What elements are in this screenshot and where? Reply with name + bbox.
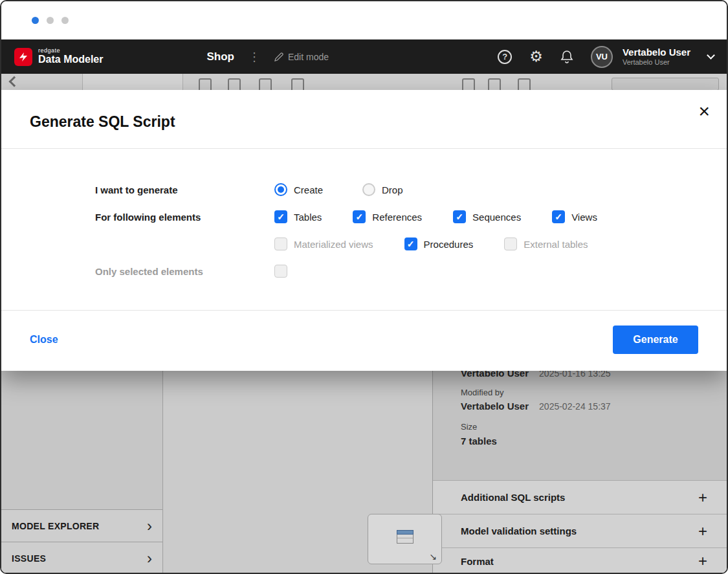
checkbox-views-control[interactable] [552,210,565,223]
checkbox-sequences-label: Sequences [472,212,521,223]
checkbox-materialized-views-control[interactable] [274,237,287,250]
checkbox-references-label: References [372,212,422,223]
elements-row-1: For following elements Tables References… [1,203,727,230]
pencil-icon [274,52,283,61]
window-control-dot-2[interactable] [47,17,54,24]
generate-button[interactable]: Generate [613,326,698,354]
window-control-dot-3[interactable] [61,17,69,24]
user-menu-chevron-down-icon[interactable] [707,51,715,60]
header-right: ? ⚙ VU Vertabelo User Vertabelo User [498,46,714,68]
checkbox-views[interactable]: Views [552,210,597,223]
edit-mode-toggle[interactable]: Edit mode [274,52,329,62]
close-link[interactable]: Close [30,334,58,346]
window-control-dot-1[interactable] [32,17,39,24]
only-selected-row: Only selected elements [1,258,727,285]
checkbox-external-tables-label: External tables [524,239,588,250]
shop-link[interactable]: Shop [206,50,234,63]
notifications-bell-icon[interactable] [560,50,573,64]
user-name: Vertabelo User [623,47,690,58]
generate-type-label: I want to generate [95,184,274,195]
modal-header: Generate SQL Script × [1,90,727,148]
checkbox-sequences-control[interactable] [453,210,466,223]
elements-row-2: Materialized views Procedures External t… [1,230,727,258]
checkbox-external-tables[interactable]: External tables [504,237,588,250]
content-area: MODEL EXPLORER › ISSUES › Vertabelo User… [1,74,727,574]
help-icon[interactable]: ? [498,50,512,64]
checkbox-tables[interactable]: Tables [274,210,322,223]
radio-create-control[interactable] [274,183,287,196]
radio-drop[interactable]: Drop [362,183,403,196]
radio-drop-control[interactable] [362,183,375,196]
app-logo-text: redgate Data Modeler [38,48,103,65]
window-titlebar [1,1,727,39]
brand-bottom-label: Data Modeler [38,54,103,65]
more-options-icon[interactable]: ⋮ [247,50,261,64]
only-selected-label: Only selected elements [95,266,274,277]
radio-create-label: Create [294,184,323,195]
modal-footer: Close Generate [1,310,727,368]
checkbox-references-control[interactable] [353,210,366,223]
checkbox-procedures-control[interactable] [404,237,417,250]
redgate-logo-icon [14,48,32,66]
checkbox-materialized-views[interactable]: Materialized views [274,237,373,250]
checkbox-procedures-label: Procedures [424,239,474,250]
edit-mode-label: Edit mode [288,52,329,62]
checkbox-tables-label: Tables [294,212,322,223]
elements-label: For following elements [95,212,274,223]
generate-type-row: I want to generate Create Drop [1,176,727,203]
checkbox-references[interactable]: References [353,210,422,223]
settings-gear-icon[interactable]: ⚙ [529,49,543,64]
checkbox-views-label: Views [571,212,597,223]
app-header: redgate Data Modeler Shop ⋮ Edit mode ? … [1,39,727,74]
generate-sql-modal: Generate SQL Script × I want to generate… [1,90,727,371]
modal-body: I want to generate Create Drop For follo… [1,149,727,285]
user-subtitle: Vertabelo User [623,58,690,67]
checkbox-only-selected[interactable] [274,265,287,278]
radio-drop-label: Drop [382,184,403,195]
close-icon[interactable]: × [698,102,710,121]
header-center: Shop ⋮ Edit mode [206,50,329,64]
checkbox-procedures[interactable]: Procedures [404,237,474,250]
user-avatar[interactable]: VU [591,46,613,68]
checkbox-external-tables-control[interactable] [504,237,517,250]
checkbox-sequences[interactable]: Sequences [453,210,521,223]
app-logo[interactable]: redgate Data Modeler [14,48,103,66]
checkbox-tables-control[interactable] [274,210,287,223]
checkbox-materialized-views-label: Materialized views [294,239,373,250]
app-window: redgate Data Modeler Shop ⋮ Edit mode ? … [0,0,728,574]
user-info[interactable]: Vertabelo User Vertabelo User [623,47,690,67]
radio-create[interactable]: Create [274,183,323,196]
checkbox-only-selected-control[interactable] [274,265,287,278]
modal-title: Generate SQL Script [30,113,175,130]
